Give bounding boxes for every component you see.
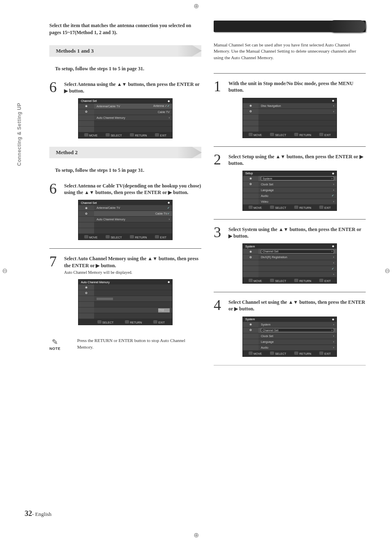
step-6a: 6 Select Antenna using the ▲▼ buttons, t… [49, 78, 201, 94]
step-text: Select Auto Channel Memory using the ▲▼ … [64, 255, 201, 275]
osd-channel-set-2: Channel Set◆ ◉✿ Antenna/Cable TV Cable T… [78, 200, 173, 240]
methods-1-3-sub: To setup, follow the steps 1 to 5 in pag… [49, 62, 201, 78]
step-2: 2 Select Setup using the ▲▼ buttons, the… [214, 146, 366, 166]
note-text: Press the RETURN or ENTER button to stop… [66, 338, 201, 350]
stop-button: Stop [158, 308, 170, 312]
note-label: NOTE [49, 347, 61, 351]
section-header-bar [214, 21, 366, 32]
osd-channel-set-3: System◆ ◉✿ System Channel Set Clock Set … [242, 317, 337, 357]
osd-channel-set-1: Channel Set◆ ◉ ✿ Antenna/Cable TVAntenna… [78, 98, 173, 139]
method-2-sub: To setup, follow the steps 1 to 5 in pag… [49, 163, 201, 179]
osd-menu: ◆ ◉✿ Disc Navigation MOVE SELECT RETURN … [242, 98, 337, 138]
side-tab: Connecting & Setting UP [16, 103, 22, 166]
osd-setup: Setup◆ ◉✿ System Clock Set Language Audi… [242, 171, 337, 211]
step-7: 7 Select Auto Channel Memory using the ▲… [49, 248, 201, 275]
globe-icon: ◉ [78, 104, 94, 109]
step-text: Select Antenna or Cable TV(depending on … [64, 183, 201, 196]
right-intro: Manual Channel Set can be used after you… [214, 42, 366, 61]
step-number: 6 [49, 81, 61, 94]
step-6b: 6 Select Antenna or Cable TV(depending o… [49, 179, 201, 196]
step-3: 3 Select System using the ▲▼ buttons, th… [214, 219, 366, 239]
step-number: 7 [49, 255, 61, 275]
page-number: 32- English [25, 509, 51, 518]
pencil-icon: ✎ [49, 338, 61, 347]
exit-icon [155, 133, 159, 136]
progress-bar [97, 298, 113, 300]
select-icon [106, 133, 110, 136]
intro-text: Select the item that matches the antenna… [49, 21, 201, 41]
note-box: ✎ NOTE Press the RETURN or ENTER button … [49, 333, 201, 355]
method-2-header: Method 2 [49, 147, 201, 158]
return-icon [130, 133, 134, 136]
step-1: 1 With the unit in Stop mode/No Disc mod… [214, 73, 366, 93]
osd-system: System◆ ◉✿ Channel Set DivX(R) Registrat… [242, 243, 337, 284]
move-icon [84, 133, 88, 136]
osd-auto-channel: Auto Channel Memory◆ ◉✿ Stop [78, 279, 173, 325]
step-number: 6 [49, 183, 61, 196]
gear-icon: ✿ [78, 109, 94, 115]
methods-1-3-header: Methods 1 and 3 [49, 45, 201, 57]
step-4: 4 Select Channel set using the ▲▼ button… [214, 292, 366, 312]
step-text: Select Antenna using the ▲▼ buttons, the… [64, 81, 201, 94]
